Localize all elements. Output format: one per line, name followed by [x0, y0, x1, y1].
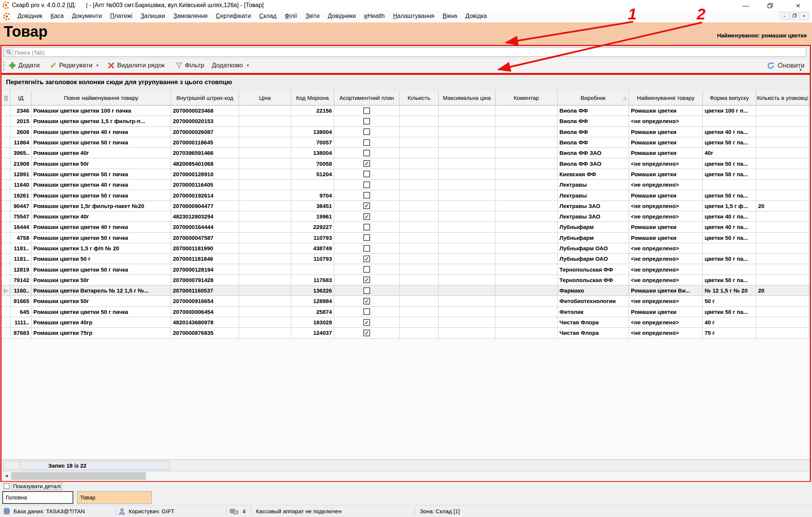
minimize-button[interactable]: — [740, 1, 751, 10]
cell-comment [495, 190, 558, 201]
table-row[interactable]: 21908Ромашки цветки 50г48200854010687005… [1, 158, 810, 169]
table-row[interactable]: 87683Ромашки цветки 75гр2070000876835124… [1, 328, 810, 338]
show-details-checkbox[interactable] [4, 483, 9, 489]
column-header-4[interactable]: Код Моріона [291, 91, 334, 105]
mdi-restore-button[interactable] [790, 12, 799, 20]
mdi-minimize-button[interactable]: – [780, 12, 789, 20]
plan-checkbox[interactable]: ✓ [363, 319, 370, 326]
plan-checkbox[interactable]: ✓ [363, 298, 370, 305]
table-row[interactable]: 11640Ромашки цветки цветки 40 г пачка207… [1, 180, 810, 190]
scrollbar-thumb[interactable] [11, 472, 146, 480]
column-header-11[interactable]: Форма випуску [703, 91, 756, 105]
plan-checkbox[interactable]: ✓ [363, 330, 370, 336]
plan-checkbox[interactable] [363, 245, 370, 252]
table-row[interactable]: 90447Ромашки цветки 1,5г фильтр-пакет №2… [1, 201, 810, 211]
menu-item-12[interactable]: Налаштування [389, 12, 439, 20]
menu-item-11[interactable]: eHealth [360, 12, 389, 20]
plan-checkbox[interactable] [363, 181, 370, 188]
plan-checkbox[interactable] [363, 308, 370, 315]
table-row[interactable]: 645Ромашки цветки цветки 50 г пачка20700… [1, 307, 810, 317]
table-row[interactable]: 75547Ромашки цветки 40г48230128032941996… [1, 211, 810, 222]
table-row[interactable]: 3965..Ромашки цветки 40г2070396591466138… [1, 148, 810, 158]
cell-form: цветки 40 г па... [703, 211, 756, 222]
search-box[interactable] [3, 47, 806, 57]
plan-checkbox[interactable] [363, 266, 370, 273]
more-button[interactable]: Додатково ▼ [210, 60, 252, 71]
database-status: База даних: TASA3@TITAN [13, 508, 85, 514]
plan-checkbox[interactable] [363, 224, 370, 230]
menu-item-8[interactable]: Філії [281, 12, 301, 20]
cell-price [239, 233, 291, 243]
table-row[interactable]: 19261Ромашки цветки цветки 50 г пачка207… [1, 190, 810, 201]
plan-checkbox[interactable]: ✓ [363, 276, 370, 283]
table-row[interactable]: 11864Ромашки цветки цветки 50 г пачка207… [1, 137, 810, 148]
table-row[interactable]: 4758Ромашки цветки цветки 50 г пачка2070… [1, 233, 810, 243]
menu-item-3[interactable]: Платежі [106, 12, 137, 20]
horizontal-scrollbar[interactable]: ◄ [1, 471, 810, 481]
tab-tovar[interactable]: Товар [77, 491, 152, 504]
plan-checkbox[interactable] [363, 171, 370, 177]
column-header-1[interactable]: Повне найменування товару [31, 91, 171, 105]
table-row[interactable]: 16444Ромашки цветки цветки 40 г пачка207… [1, 222, 810, 232]
add-button[interactable]: Додати [7, 60, 42, 71]
column-header-0[interactable]: ІД [10, 91, 31, 105]
mdi-close-button[interactable]: × [800, 12, 809, 20]
plan-checkbox[interactable]: ✓ [363, 202, 370, 209]
plan-checkbox[interactable] [363, 150, 370, 156]
table-row[interactable]: 2346Ромашки цветки цветки 100 г пачка207… [1, 105, 810, 116]
menu-item-14[interactable]: Довідка [461, 12, 491, 20]
plan-checkbox[interactable] [363, 118, 370, 125]
column-header-7[interactable]: Максимальна ціна [439, 91, 495, 105]
tab-holovna[interactable]: Головна [2, 491, 73, 504]
table-row[interactable]: 2015Ромашки цветки цветки 1,5 г фильтр-п… [1, 116, 810, 126]
table-row[interactable]: ▷1160..Ромашки цветки Витарель № 12 1,5 … [1, 285, 810, 296]
table-row[interactable]: 1181..Ромашки цветки 1,5 г ф/п № 2020700… [1, 243, 810, 254]
column-header-3[interactable]: Ціна [239, 91, 291, 105]
filter-button[interactable]: Фільтр [174, 60, 206, 71]
column-header-8[interactable]: Коментар [495, 91, 558, 105]
table-row[interactable]: 1111..Ромашки цветки 40гр482014368097818… [1, 317, 810, 328]
scroll-left-arrow-icon[interactable]: ◄ [2, 472, 10, 480]
menu-item-2[interactable]: Документи [68, 12, 106, 20]
menu-item-4[interactable]: Залишки [137, 12, 170, 20]
column-header-9[interactable]: Виробник△ [558, 91, 629, 105]
edit-button[interactable]: Редагувати ▼ [47, 60, 101, 71]
menu-item-1[interactable]: Каса [46, 12, 68, 20]
plan-checkbox[interactable] [363, 128, 370, 135]
column-header-2[interactable]: Внутрішній штрих-код [171, 91, 239, 105]
plan-checkbox[interactable] [363, 139, 370, 146]
column-header-12[interactable]: Кількість в упаковці [756, 91, 809, 105]
cell-pack [756, 222, 809, 232]
table-row[interactable]: 2608Ромашки цветки цветки 40 г пачка2070… [1, 127, 810, 137]
menu-item-13[interactable]: Вікна [439, 12, 461, 20]
restore-button[interactable] [764, 2, 776, 10]
plan-checkbox[interactable]: ✓ [363, 160, 370, 167]
menu-item-9[interactable]: Звіти [301, 12, 324, 20]
plan-checkbox[interactable] [363, 192, 370, 199]
menu-item-5[interactable]: Замовлення [169, 12, 211, 20]
table-row[interactable]: 12819Ромашки цветки цветки 50 г пачка207… [1, 264, 810, 275]
menu-item-7[interactable]: Склад [255, 12, 281, 20]
column-header-10[interactable]: Найменування товару [629, 91, 703, 105]
menu-item-6[interactable]: Сертифікати [211, 12, 255, 20]
plan-checkbox[interactable] [363, 107, 370, 114]
plan-checkbox[interactable]: ✓ [363, 213, 370, 220]
table-row[interactable]: 79142Ромашки цветки 50г20700007914281176… [1, 275, 810, 285]
close-button[interactable]: × [793, 1, 804, 10]
plan-checkbox[interactable]: ✓ [363, 256, 370, 262]
cell-morion: 110793 [291, 233, 334, 243]
table-row[interactable]: 12891Ромашки цветки цветки 50 г пачка207… [1, 169, 810, 180]
column-header-6[interactable]: Кількість [400, 91, 439, 105]
table-row[interactable]: 91665Ромашки цветки 50г20700009166541289… [1, 296, 810, 306]
group-by-panel[interactable]: Перетягніть заголовок колонки сюди для у… [1, 75, 810, 91]
menu-item-0[interactable]: Довідник [13, 12, 46, 20]
refresh-button[interactable]: Оновити ▼ [767, 60, 805, 71]
plan-checkbox[interactable] [363, 287, 370, 294]
toolbar-grip-handle[interactable] [3, 61, 6, 70]
delete-row-button[interactable]: Видалити рядок [106, 60, 167, 71]
menu-item-10[interactable]: Довідники [324, 12, 360, 20]
plan-checkbox[interactable] [363, 234, 370, 241]
column-header-5[interactable]: Асортиментний план [334, 91, 400, 105]
search-input[interactable] [14, 48, 801, 57]
table-row[interactable]: 1181..Ромашки цветки 50 г207000118184611… [1, 254, 810, 264]
